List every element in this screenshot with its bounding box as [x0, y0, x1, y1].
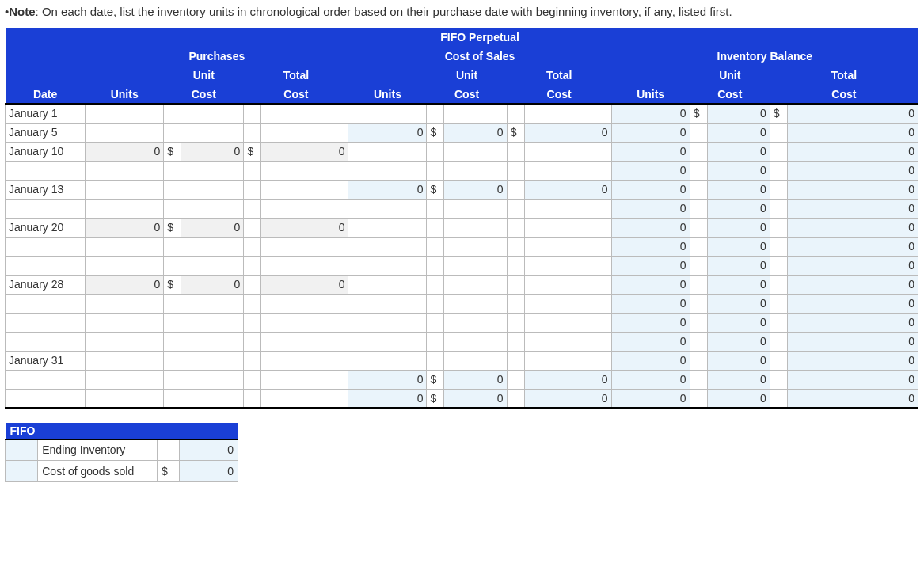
- date-cell: January 13: [6, 180, 86, 199]
- i-unit-cost[interactable]: 0: [707, 199, 770, 218]
- i-unit-cost[interactable]: 0: [707, 180, 770, 199]
- c-units: [348, 256, 427, 275]
- i-dollar2: [770, 351, 787, 370]
- i-units[interactable]: 0: [611, 351, 690, 370]
- i-unit-cost[interactable]: 0: [707, 351, 770, 370]
- p-units: [86, 199, 164, 218]
- c-units[interactable]: 0: [348, 389, 427, 408]
- i-total-cost[interactable]: 0: [787, 199, 918, 218]
- c-dollar1: [427, 275, 444, 294]
- date-cell: [6, 370, 86, 389]
- c-units: [348, 161, 427, 180]
- hdr-c-cost2: Cost: [507, 85, 611, 104]
- i-units[interactable]: 0: [611, 123, 690, 142]
- c-total-cost[interactable]: 0: [524, 370, 611, 389]
- i-units[interactable]: 0: [611, 332, 690, 351]
- cogs-label: Cost of goods sold: [38, 461, 158, 482]
- c-units[interactable]: 0: [348, 370, 427, 389]
- p-total-cost: [261, 123, 348, 142]
- i-unit-cost[interactable]: 0: [707, 123, 770, 142]
- c-unit-cost: [444, 104, 507, 123]
- p-dollar1: [164, 180, 181, 199]
- c-unit-cost[interactable]: 0: [444, 123, 507, 142]
- i-unit-cost[interactable]: 0: [707, 218, 770, 237]
- i-total-cost[interactable]: 0: [787, 294, 918, 313]
- c-dollar2: [507, 218, 524, 237]
- i-unit-cost[interactable]: 0: [707, 142, 770, 161]
- i-total-cost[interactable]: 0: [787, 161, 918, 180]
- i-units[interactable]: 0: [611, 313, 690, 332]
- i-unit-cost[interactable]: 0: [707, 104, 770, 123]
- i-units[interactable]: 0: [611, 275, 690, 294]
- p-total-cost[interactable]: 0: [261, 275, 348, 294]
- i-total-cost[interactable]: 0: [787, 256, 918, 275]
- p-total-cost: [261, 104, 348, 123]
- i-total-cost[interactable]: 0: [787, 389, 918, 408]
- cogs-value[interactable]: 0: [179, 461, 238, 482]
- i-dollar2: [770, 218, 787, 237]
- i-total-cost[interactable]: 0: [787, 237, 918, 256]
- i-total-cost[interactable]: 0: [787, 351, 918, 370]
- c-total-cost: [524, 256, 611, 275]
- i-unit-cost[interactable]: 0: [707, 237, 770, 256]
- c-units: [348, 237, 427, 256]
- p-units[interactable]: 0: [86, 142, 164, 161]
- p-unit-cost[interactable]: 0: [181, 142, 244, 161]
- p-total-cost[interactable]: 0: [261, 142, 348, 161]
- cogs-checkbox[interactable]: [6, 461, 38, 482]
- i-units[interactable]: 0: [611, 237, 690, 256]
- p-unit-cost: [181, 199, 244, 218]
- c-unit-cost: [444, 218, 507, 237]
- i-units[interactable]: 0: [611, 199, 690, 218]
- i-total-cost[interactable]: 0: [787, 370, 918, 389]
- i-units[interactable]: 0: [611, 218, 690, 237]
- i-unit-cost[interactable]: 0: [707, 161, 770, 180]
- c-unit-cost[interactable]: 0: [444, 180, 507, 199]
- i-units[interactable]: 0: [611, 161, 690, 180]
- i-unit-cost[interactable]: 0: [707, 389, 770, 408]
- i-unit-cost[interactable]: 0: [707, 313, 770, 332]
- i-unit-cost[interactable]: 0: [707, 256, 770, 275]
- i-total-cost[interactable]: 0: [787, 123, 918, 142]
- c-total-cost[interactable]: 0: [524, 123, 611, 142]
- i-units[interactable]: 0: [611, 256, 690, 275]
- c-units[interactable]: 0: [348, 123, 427, 142]
- p-total-cost: [261, 199, 348, 218]
- ending-value[interactable]: 0: [179, 440, 238, 461]
- i-units[interactable]: 0: [611, 370, 690, 389]
- i-total-cost[interactable]: 0: [787, 180, 918, 199]
- i-total-cost[interactable]: 0: [787, 218, 918, 237]
- i-total-cost[interactable]: 0: [787, 332, 918, 351]
- c-total-cost: [524, 313, 611, 332]
- c-unit-cost[interactable]: 0: [444, 389, 507, 408]
- i-total-cost[interactable]: 0: [787, 313, 918, 332]
- i-unit-cost[interactable]: 0: [707, 370, 770, 389]
- i-total-cost[interactable]: 0: [787, 142, 918, 161]
- ending-checkbox[interactable]: [6, 440, 38, 461]
- p-dollar1: [164, 370, 181, 389]
- i-unit-cost[interactable]: 0: [707, 275, 770, 294]
- p-units[interactable]: 0: [86, 218, 164, 237]
- p-unit-cost[interactable]: 0: [181, 218, 244, 237]
- c-units: [348, 104, 427, 123]
- p-unit-cost: [181, 104, 244, 123]
- c-units[interactable]: 0: [348, 180, 427, 199]
- c-dollar2: [507, 199, 524, 218]
- p-units[interactable]: 0: [86, 275, 164, 294]
- c-unit-cost[interactable]: 0: [444, 370, 507, 389]
- c-total-cost[interactable]: 0: [524, 389, 611, 408]
- i-total-cost[interactable]: 0: [787, 275, 918, 294]
- p-total-cost: [261, 237, 348, 256]
- i-unit-cost[interactable]: 0: [707, 294, 770, 313]
- hdr-c-cost: Cost: [427, 85, 507, 104]
- i-units[interactable]: 0: [611, 142, 690, 161]
- p-unit-cost[interactable]: 0: [181, 275, 244, 294]
- i-units[interactable]: 0: [611, 104, 690, 123]
- i-total-cost[interactable]: 0: [787, 104, 918, 123]
- i-units[interactable]: 0: [611, 294, 690, 313]
- i-units[interactable]: 0: [611, 180, 690, 199]
- p-total-cost[interactable]: 0: [261, 218, 348, 237]
- i-unit-cost[interactable]: 0: [707, 332, 770, 351]
- c-total-cost[interactable]: 0: [524, 180, 611, 199]
- i-units[interactable]: 0: [611, 389, 690, 408]
